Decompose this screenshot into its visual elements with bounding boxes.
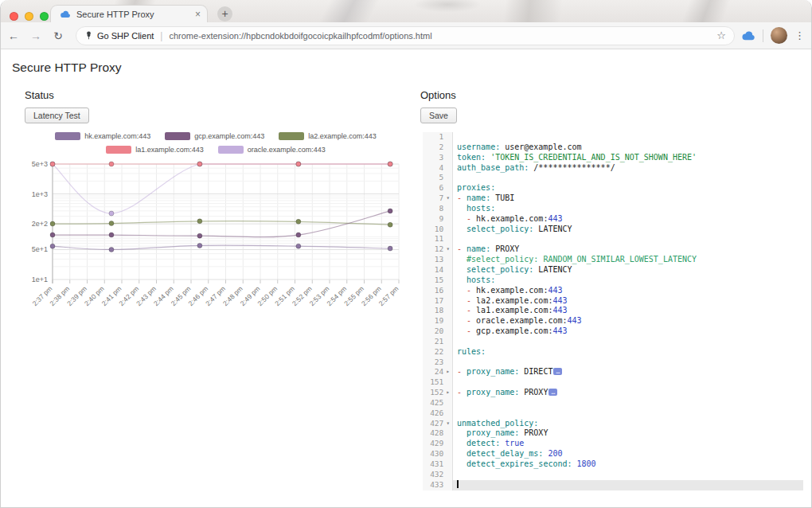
editor-line[interactable]: 13 #select_policy: RANDOM_ON_SIMILAR_LOW… bbox=[423, 255, 803, 265]
fold-marker-icon[interactable]: ▾ bbox=[443, 193, 452, 204]
code-line-text[interactable] bbox=[453, 358, 803, 368]
editor-line[interactable]: 428 proxy_name: PROXY bbox=[423, 428, 803, 439]
code-line-text[interactable]: - la2.example.com:443 bbox=[453, 296, 803, 307]
editor-line[interactable]: 425 bbox=[423, 398, 803, 408]
fold-marker-icon[interactable]: ▸ bbox=[443, 388, 452, 398]
editor-line[interactable]: 431 detect_expires_second: 1800 bbox=[423, 459, 803, 470]
editor-line[interactable]: 152▸- proxy_name: PROXY… bbox=[423, 388, 803, 398]
profile-avatar[interactable] bbox=[771, 27, 787, 44]
folded-code-widget[interactable]: … bbox=[548, 389, 557, 396]
chart-data-point bbox=[50, 221, 55, 226]
code-line-text[interactable]: select_policy: LATENCY bbox=[453, 265, 803, 275]
extension-cloud-icon[interactable] bbox=[741, 31, 755, 41]
editor-line[interactable]: 17 - la2.example.com:443 bbox=[423, 296, 803, 307]
url-text[interactable]: chrome-extension://hpbcndokbdoifgocoicpk… bbox=[169, 31, 710, 41]
code-line-text[interactable]: - hk.example.com:443 bbox=[453, 214, 803, 225]
editor-line[interactable]: 429 detect: true bbox=[423, 439, 803, 449]
tab-close-icon[interactable]: × bbox=[195, 10, 201, 19]
code-line-text[interactable] bbox=[453, 480, 803, 490]
editor-line[interactable]: 16 - hk.example.com:443 bbox=[423, 286, 803, 296]
code-line-text[interactable]: hosts: bbox=[453, 275, 803, 286]
code-line-text[interactable]: - hk.example.com:443 bbox=[453, 286, 803, 296]
code-line-text[interactable] bbox=[453, 398, 803, 408]
code-line-text[interactable]: - oracle.example.com:443 bbox=[453, 316, 803, 326]
editor-line[interactable]: 6proxies: bbox=[423, 183, 803, 193]
code-line-text[interactable]: proxy_name: PROXY bbox=[453, 428, 803, 439]
code-line-text[interactable]: rules: bbox=[453, 347, 803, 358]
editor-line[interactable]: 8 hosts: bbox=[423, 204, 803, 214]
yaml-config-editor[interactable]: 12username: user@example.com3token: 'TOK… bbox=[423, 132, 803, 490]
editor-line[interactable]: 430 detect_delay_ms: 200 bbox=[423, 449, 803, 459]
editor-line[interactable]: 3token: 'TOKEN_IS_CREDENTIAL_AND_IS_NOT_… bbox=[423, 153, 803, 163]
bookmark-star-icon[interactable]: ☆ bbox=[716, 29, 726, 41]
code-line-text[interactable]: detect_delay_ms: 200 bbox=[453, 449, 803, 459]
forward-icon[interactable]: → bbox=[26, 29, 45, 42]
editor-line[interactable]: 11 bbox=[423, 234, 803, 244]
code-line-text[interactable]: select_policy: LATENCY bbox=[453, 225, 803, 235]
fold-marker-icon[interactable]: ▸ bbox=[443, 367, 452, 377]
editor-line[interactable]: 12▾- name: PROXY bbox=[423, 244, 803, 255]
folded-code-widget[interactable]: … bbox=[553, 368, 562, 375]
editor-line[interactable]: 23 bbox=[423, 358, 803, 368]
new-tab-button[interactable]: + bbox=[217, 6, 232, 21]
editor-line[interactable]: 10 select_policy: LATENCY bbox=[423, 225, 803, 235]
editor-line[interactable]: 2username: user@example.com bbox=[423, 143, 803, 153]
code-line-text[interactable]: detect: true bbox=[453, 439, 803, 449]
code-line-text[interactable]: - la1.example.com:443 bbox=[453, 306, 803, 316]
code-line-text[interactable] bbox=[453, 470, 803, 480]
editor-line[interactable]: 432 bbox=[423, 470, 803, 480]
code-line-text[interactable]: - proxy_name: DIRECT… bbox=[453, 367, 803, 377]
minimize-window-button[interactable] bbox=[25, 12, 33, 21]
editor-line[interactable]: 5 bbox=[423, 173, 803, 183]
code-line-text[interactable]: proxies: bbox=[453, 183, 803, 193]
editor-line[interactable]: 151 bbox=[423, 377, 803, 388]
back-icon[interactable]: ← bbox=[4, 29, 23, 42]
code-line-text[interactable]: token: 'TOKEN_IS_CREDENTIAL_AND_IS_NOT_S… bbox=[453, 153, 803, 163]
editor-line[interactable]: 7▾- name: TUBI bbox=[423, 193, 803, 204]
editor-line[interactable]: 4auth_base_path: /***************/ bbox=[423, 163, 803, 174]
fold-marker-icon[interactable]: ▾ bbox=[443, 244, 452, 255]
code-line-text[interactable]: #select_policy: RANDOM_ON_SIMILAR_LOWEST… bbox=[453, 255, 803, 265]
editor-line[interactable]: 19 - oracle.example.com:443 bbox=[423, 316, 803, 326]
reload-icon[interactable]: ↻ bbox=[49, 29, 68, 42]
editor-line[interactable]: 14 select_policy: LATENCY bbox=[423, 265, 803, 275]
fold-marker-icon[interactable]: ▾ bbox=[443, 419, 452, 429]
code-line-text[interactable]: auth_base_path: /***************/ bbox=[453, 163, 803, 174]
code-line-text[interactable] bbox=[453, 377, 803, 388]
latency-test-button[interactable]: Latency Test bbox=[25, 107, 89, 123]
editor-line[interactable]: 15 hosts: bbox=[423, 275, 803, 286]
address-bar[interactable]: Go SHP Client | chrome-extension://hpbcn… bbox=[76, 26, 735, 45]
code-line-text[interactable] bbox=[453, 234, 803, 244]
fold-gutter-space bbox=[443, 255, 452, 265]
code-line-text[interactable]: unmatched_policy: bbox=[453, 419, 803, 429]
extension-name-chip[interactable]: Go SHP Client bbox=[97, 31, 154, 41]
editor-line[interactable]: 24▸- proxy_name: DIRECT… bbox=[423, 367, 803, 377]
line-number: 23 bbox=[423, 358, 443, 368]
code-line-text[interactable] bbox=[453, 132, 803, 143]
editor-line[interactable]: 18 - la1.example.com:443 bbox=[423, 306, 803, 316]
code-line-text[interactable]: - gcp.example.com:443 bbox=[453, 326, 803, 337]
menu-kebab-icon[interactable]: ⋮ bbox=[794, 29, 811, 41]
editor-line[interactable]: 9 - hk.example.com:443 bbox=[423, 214, 803, 225]
code-line-text[interactable]: - name: TUBI bbox=[453, 193, 803, 204]
close-window-button[interactable] bbox=[10, 12, 18, 21]
save-button[interactable]: Save bbox=[420, 107, 457, 123]
code-line-text[interactable]: - proxy_name: PROXY… bbox=[453, 388, 803, 398]
maximize-window-button[interactable] bbox=[40, 12, 49, 21]
fold-gutter-space bbox=[443, 326, 452, 337]
editor-line[interactable]: 427▾unmatched_policy: bbox=[423, 419, 803, 429]
browser-tab[interactable]: Secure HTTP Proxy × bbox=[50, 5, 208, 22]
code-line-text[interactable] bbox=[453, 173, 803, 183]
code-line-text[interactable] bbox=[453, 408, 803, 419]
code-line-text[interactable]: detect_expires_second: 1800 bbox=[453, 459, 803, 470]
editor-line[interactable]: 1 bbox=[423, 132, 803, 143]
editor-line[interactable]: 20 - gcp.example.com:443 bbox=[423, 326, 803, 337]
code-line-text[interactable] bbox=[453, 337, 803, 347]
editor-line[interactable]: 426 bbox=[423, 408, 803, 419]
editor-line[interactable]: 21 bbox=[423, 337, 803, 347]
editor-line[interactable]: 22rules: bbox=[423, 347, 803, 358]
code-line-text[interactable]: username: user@example.com bbox=[453, 143, 803, 153]
code-line-text[interactable]: hosts: bbox=[453, 204, 803, 214]
editor-line[interactable]: 433 bbox=[423, 480, 803, 490]
code-line-text[interactable]: - name: PROXY bbox=[453, 244, 803, 255]
